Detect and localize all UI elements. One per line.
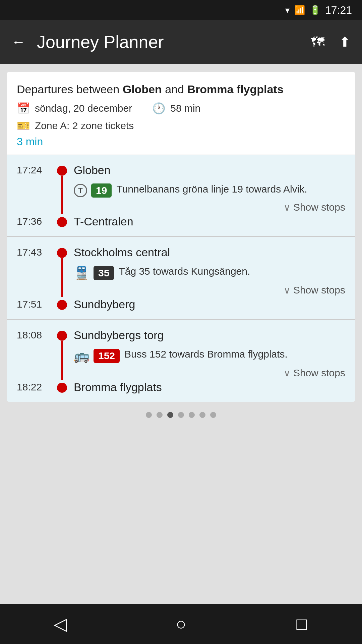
from-place: Globen	[123, 83, 162, 96]
seg1-dot-col	[54, 163, 70, 214]
clock-icon: 🕐	[152, 102, 166, 115]
seg1-content: Globen T 19 Tunnelbanans gröna linje 19 …	[70, 163, 345, 214]
seg1-chevron-icon: ∨	[284, 202, 291, 213]
seg2-arrive-dot-col	[54, 297, 70, 311]
seg2-arrive-dot	[57, 300, 67, 310]
seg2-transport-icons: 🚆 35	[74, 266, 114, 280]
bus-icon: 🚌	[74, 348, 89, 363]
journey-card: Departures between Globen and Bromma fly…	[7, 72, 355, 402]
page-title: Journey Planner	[37, 32, 300, 52]
journey-wait-time: 3 min	[17, 136, 345, 148]
page-dot-0[interactable]	[146, 412, 152, 418]
seg1-depart-time-col: 17:24	[17, 163, 54, 214]
seg1-arrive-content: T-Centralen	[70, 214, 345, 228]
map-button[interactable]: 🗺	[308, 31, 328, 53]
seg1-show-stops-row: ∨ Show stops	[74, 202, 345, 213]
seg1-show-stops-button[interactable]: ∨ Show stops	[284, 202, 345, 213]
seg3-arrive-content: Bromma flygplats	[70, 380, 345, 394]
nav-home-icon: ○	[176, 614, 186, 634]
journey-duration-text: 58 min	[170, 103, 200, 114]
seg3-show-stops-button[interactable]: ∨ Show stops	[284, 367, 345, 379]
seg3-chevron-icon: ∨	[284, 368, 291, 379]
seg3-depart-stop: Sundbybergs torg	[74, 328, 345, 342]
journey-duration: 🕐 58 min	[152, 102, 200, 115]
status-icons: ▾ 📶 🔋 17:21	[285, 4, 352, 16]
segment-2: 17:43 Stockholms central 🚆 35	[7, 237, 355, 319]
seg3-transport: 🚌 152 Buss 152 towards Bromma flygplats.	[74, 347, 345, 365]
seg3-transport-icons: 🚌 152	[74, 348, 120, 363]
main-content: Departures between Globen and Bromma fly…	[0, 64, 362, 604]
journey-meta: 📅 söndag, 20 december 🕐 58 min	[17, 102, 345, 115]
seg2-arrive-time: 17:51	[17, 299, 42, 310]
seg1-depart-dot	[57, 166, 67, 176]
seg1-arrive-time-col: 17:36	[17, 214, 54, 228]
to-place: Bromma flygplats	[187, 83, 283, 96]
ticket-icon: 🎫	[17, 119, 30, 132]
nav-recent-icon: □	[296, 614, 307, 634]
share-button[interactable]: ⬆	[336, 31, 354, 53]
seg2-arrive-content: Sundbyberg	[70, 297, 345, 311]
train-icon: 🚆	[74, 266, 89, 280]
seg2-arrive-row: 17:51 Sundbyberg	[17, 297, 345, 311]
nav-bar: ◁ ○ □	[0, 604, 362, 644]
seg2-arrive-stop: Sundbyberg	[74, 297, 345, 311]
page-dot-3[interactable]	[178, 412, 184, 418]
seg2-depart-stop: Stockholms central	[74, 245, 345, 259]
seg3-line	[61, 341, 63, 380]
status-bar: ▾ 📶 🔋 17:21	[0, 0, 362, 20]
seg1-show-stops-label: Show stops	[293, 202, 345, 213]
nav-back-icon: ◁	[54, 614, 67, 634]
seg2-transport: 🚆 35 Tåg 35 towards Kungsängen.	[74, 264, 345, 282]
seg3-depart-dot	[57, 331, 67, 341]
page-dot-6[interactable]	[210, 412, 216, 418]
seg1-arrive-dot	[57, 217, 67, 227]
seg3-show-stops-row: ∨ Show stops	[74, 367, 345, 379]
journey-date-text: söndag, 20 december	[35, 103, 132, 114]
seg3-arrive-row: 18:22 Bromma flygplats	[17, 380, 345, 394]
seg3-line-badge: 152	[94, 349, 120, 363]
page-dot-1[interactable]	[157, 412, 163, 418]
seg2-dot-col	[54, 245, 70, 297]
nav-recent-button[interactable]: □	[282, 610, 322, 637]
seg2-show-stops-label: Show stops	[293, 284, 345, 296]
seg3-line-desc: Buss 152 towards Bromma flygplats.	[124, 347, 345, 361]
seg3-content: Sundbybergs torg 🚌 152 Buss 152 towards …	[70, 328, 345, 380]
seg2-arrive-time-col: 17:51	[17, 297, 54, 311]
page-dot-4[interactable]	[189, 412, 195, 418]
seg3-arrive-time: 18:22	[17, 381, 42, 393]
seg2-show-stops-row: ∨ Show stops	[74, 284, 345, 296]
page-dot-2[interactable]	[167, 412, 173, 418]
seg2-line	[61, 258, 63, 297]
seg1-line-badge: 19	[91, 183, 112, 198]
nav-back-button[interactable]: ◁	[40, 610, 80, 637]
page-indicators	[7, 402, 355, 425]
seg1-line	[61, 176, 63, 214]
seg1-depart-time: 17:24	[17, 164, 42, 176]
seg3-depart-time: 18:08	[17, 329, 42, 341]
zone-text: Zone A: 2 zone tickets	[35, 120, 134, 131]
page-dot-5[interactable]	[199, 412, 205, 418]
seg3-show-stops-label: Show stops	[293, 367, 345, 379]
signal-icon: 📶	[294, 5, 305, 15]
seg2-depart-time: 17:43	[17, 247, 42, 258]
journey-zone: 🎫 Zone A: 2 zone tickets	[17, 119, 345, 132]
seg1-arrive-row: 17:36 T-Centralen	[17, 214, 345, 228]
wifi-icon: ▾	[285, 5, 290, 15]
seg1-transport-icons: T 19	[74, 183, 112, 198]
seg2-show-stops-button[interactable]: ∨ Show stops	[284, 284, 345, 296]
seg1-line-desc: Tunnelbanans gröna linje 19 towards Alvi…	[116, 182, 345, 196]
seg3-depart-row: 18:08 Sundbybergs torg 🚌 152	[17, 328, 345, 380]
app-bar: ← Journey Planner 🗺 ⬆	[0, 20, 362, 64]
segment-2-inner: 17:43 Stockholms central 🚆 35	[7, 237, 355, 319]
nav-home-button[interactable]: ○	[161, 610, 201, 637]
seg1-arrive-dot-col	[54, 214, 70, 228]
back-button[interactable]: ←	[8, 31, 29, 53]
seg1-depart-stop: Globen	[74, 163, 345, 177]
seg3-arrive-stop: Bromma flygplats	[74, 380, 345, 394]
calendar-icon: 📅	[17, 102, 30, 115]
segment-3: 18:08 Sundbybergs torg 🚌 152	[7, 320, 355, 402]
seg2-depart-dot	[57, 248, 67, 258]
seg3-dot-col	[54, 328, 70, 380]
journey-date: 📅 söndag, 20 december	[17, 102, 132, 115]
seg1-arrive-time: 17:36	[17, 216, 42, 227]
